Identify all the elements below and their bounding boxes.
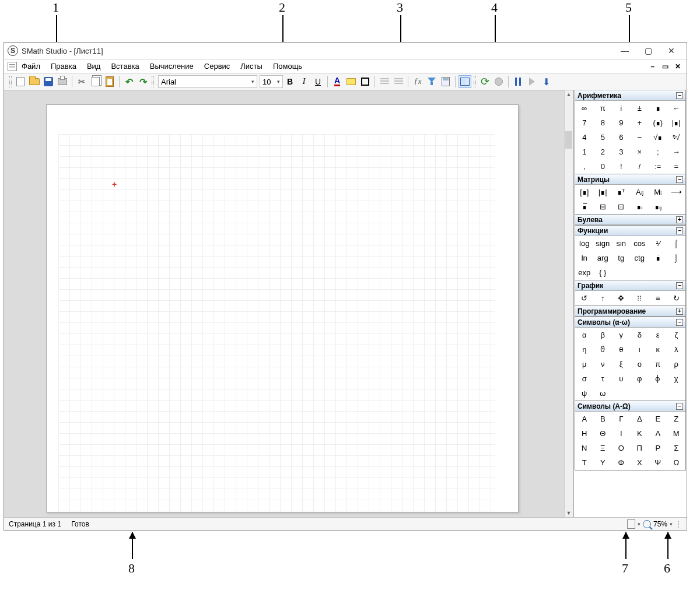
- palette-cell[interactable]: 7: [575, 115, 594, 130]
- palette-cell[interactable]: |∎|: [594, 185, 612, 199]
- palette-cell[interactable]: 4: [575, 130, 594, 145]
- palette-cell[interactable]: χ: [667, 371, 686, 386]
- palette-cell[interactable]: λ: [667, 342, 686, 357]
- palette-cell[interactable]: Υ: [594, 455, 612, 470]
- palette-cell[interactable]: Μ: [667, 426, 686, 441]
- font-color-button[interactable]: A: [331, 75, 344, 88]
- palette-cell[interactable]: =: [667, 159, 686, 174]
- palette-cell[interactable]: ο: [631, 357, 649, 371]
- palette-cell[interactable]: [∎]: [575, 185, 594, 199]
- palette-cell[interactable]: !: [612, 159, 631, 174]
- chevron-down-icon[interactable]: ▼: [565, 509, 573, 517]
- collapse-icon[interactable]: –: [676, 92, 683, 99]
- collapse-icon[interactable]: –: [676, 403, 683, 410]
- play-button[interactable]: [526, 75, 538, 88]
- palette-cell[interactable]: ∎ᵢ: [631, 199, 649, 214]
- palette-cell[interactable]: ⊡: [612, 199, 631, 214]
- step-button[interactable]: ⬇: [540, 75, 552, 88]
- collapse-icon[interactable]: –: [676, 227, 683, 234]
- menu-file[interactable]: Файл: [22, 62, 40, 71]
- palette-cell[interactable]: (∎): [649, 115, 667, 130]
- palette-cell[interactable]: 1: [575, 145, 594, 159]
- palette-cell[interactable]: Β: [594, 412, 612, 426]
- status-overflow[interactable]: ⋮: [675, 520, 682, 528]
- palette-cell[interactable]: α: [575, 328, 594, 342]
- palette-plot-header[interactable]: График –: [575, 280, 685, 291]
- palette-arithmetic-header[interactable]: Арифметика –: [575, 90, 685, 101]
- palette-cell[interactable]: σ: [575, 371, 594, 386]
- palette-cell[interactable]: Mᵢ: [649, 185, 667, 199]
- stop-button[interactable]: [492, 75, 505, 88]
- palette-cell[interactable]: ⌠: [667, 236, 686, 251]
- palette-cell[interactable]: √∎: [649, 130, 667, 145]
- zoom-icon[interactable]: [643, 520, 651, 528]
- palette-cell[interactable]: ψ: [575, 386, 594, 401]
- insert-function-button[interactable]: ƒx: [411, 75, 424, 88]
- palette-cell[interactable]: Ρ: [649, 441, 667, 455]
- menu-calc[interactable]: Вычисление: [150, 62, 194, 71]
- palette-cell[interactable]: { }: [594, 265, 612, 280]
- palette-cell[interactable]: Η: [575, 426, 594, 441]
- toolbar-grip-icon[interactable]: [9, 76, 12, 87]
- align-h-button[interactable]: [378, 75, 391, 88]
- palette-boolean-header[interactable]: Булева +: [575, 215, 685, 225]
- save-button[interactable]: [42, 75, 55, 88]
- palette-cell[interactable]: Ζ: [667, 412, 686, 426]
- redo-button[interactable]: ↷: [136, 75, 149, 88]
- maximize-button[interactable]: ▢: [636, 44, 660, 58]
- expand-icon[interactable]: +: [676, 308, 683, 315]
- palette-cell[interactable]: υ: [612, 371, 631, 386]
- palette-cell[interactable]: ≡: [649, 291, 667, 305]
- worksheet-area[interactable]: +: [4, 90, 564, 517]
- palette-cell[interactable]: Ε: [649, 412, 667, 426]
- print-button[interactable]: [56, 75, 69, 88]
- mdi-minimize-button[interactable]: –: [648, 62, 658, 71]
- palette-cell[interactable]: π: [649, 357, 667, 371]
- highlight-button[interactable]: [345, 75, 358, 88]
- palette-cell[interactable]: ✥: [612, 291, 631, 305]
- palette-cell[interactable]: ↻: [667, 291, 686, 305]
- menu-edit[interactable]: Правка: [51, 62, 76, 71]
- palette-cell[interactable]: 3: [612, 145, 631, 159]
- palette-cell[interactable]: ϑ: [594, 342, 612, 357]
- palette-cell[interactable]: π: [594, 101, 612, 115]
- palette-cell[interactable]: ∎ᵀ: [612, 185, 631, 199]
- palette-cell[interactable]: ε: [649, 328, 667, 342]
- palette-cell[interactable]: ;: [649, 145, 667, 159]
- palette-cell[interactable]: Λ: [649, 426, 667, 441]
- palette-cell[interactable]: exp: [575, 265, 594, 280]
- palette-cell[interactable]: ω: [594, 386, 612, 401]
- palette-functions-header[interactable]: Функции –: [575, 226, 685, 236]
- palette-programming-header[interactable]: Программирование +: [575, 306, 685, 317]
- calculator-button[interactable]: [439, 75, 452, 88]
- palette-cell[interactable]: ∎ᵢⱼ: [649, 199, 667, 214]
- palette-cell[interactable]: i: [612, 101, 631, 115]
- palette-cell[interactable]: Γ: [612, 412, 631, 426]
- document-icon[interactable]: [8, 62, 17, 71]
- palette-cell[interactable]: τ: [594, 371, 612, 386]
- bold-button[interactable]: B: [284, 75, 296, 88]
- palette-cell[interactable]: Τ: [575, 455, 594, 470]
- palette-cell[interactable]: →: [667, 145, 686, 159]
- toolbar-grip-icon[interactable]: [474, 76, 476, 87]
- zoom-level[interactable]: 75%: [653, 520, 667, 528]
- menu-service[interactable]: Сервис: [204, 62, 230, 71]
- palette-cell[interactable]: Π: [631, 441, 649, 455]
- menu-view[interactable]: Вид: [87, 62, 101, 71]
- palette-cell[interactable]: ⟶: [667, 185, 686, 199]
- collapse-icon[interactable]: –: [676, 282, 683, 289]
- fit-page-icon[interactable]: [627, 519, 635, 529]
- palette-cell[interactable]: ↺: [575, 291, 594, 305]
- menu-help[interactable]: Помощь: [273, 62, 302, 71]
- palette-cell[interactable]: ⅟: [649, 236, 667, 251]
- new-button[interactable]: [14, 75, 27, 88]
- palette-cell[interactable]: φ: [631, 371, 649, 386]
- palette-symbols-lower-header[interactable]: Символы (α-ω) –: [575, 317, 685, 328]
- cut-button[interactable]: ✂: [75, 75, 88, 88]
- palette-cell[interactable]: Α: [575, 412, 594, 426]
- palette-cell[interactable]: arg: [594, 251, 612, 265]
- filter-button[interactable]: [425, 75, 438, 88]
- font-size-select[interactable]: 10 ▾: [260, 75, 283, 88]
- palette-cell[interactable]: sin: [612, 236, 631, 251]
- minimize-button[interactable]: —: [613, 44, 636, 58]
